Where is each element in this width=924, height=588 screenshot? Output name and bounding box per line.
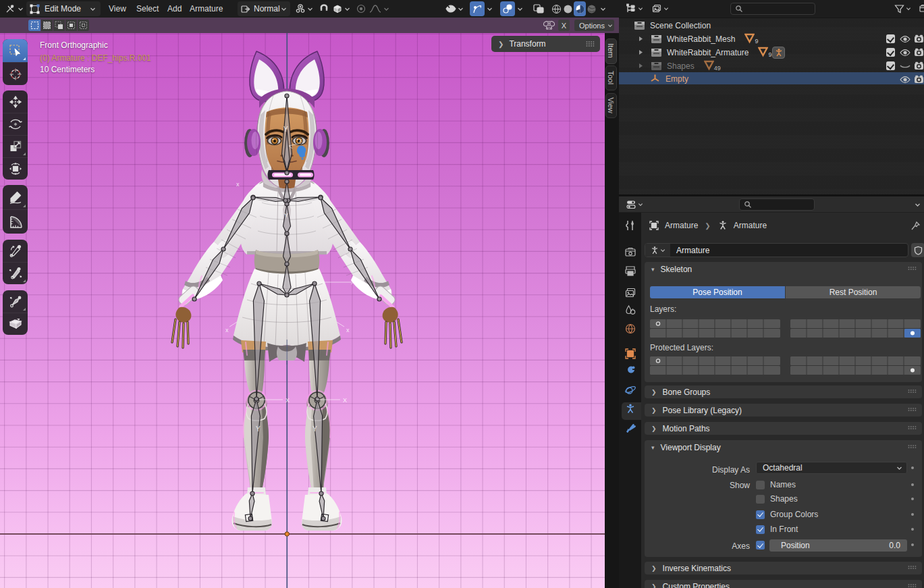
- svg-text:X: X: [357, 278, 362, 286]
- svg-text:Y: Y: [312, 425, 317, 433]
- svg-text:Y: Y: [256, 425, 261, 433]
- svg-text:x: x: [299, 137, 302, 144]
- svg-text:Y: Y: [284, 212, 288, 219]
- svg-text:Y: Y: [283, 126, 288, 133]
- svg-text:X: X: [343, 397, 347, 404]
- svg-text:x: x: [225, 327, 229, 333]
- svg-text:x: x: [236, 181, 240, 188]
- svg-text:X: X: [286, 397, 290, 404]
- svg-text:x: x: [346, 327, 350, 333]
